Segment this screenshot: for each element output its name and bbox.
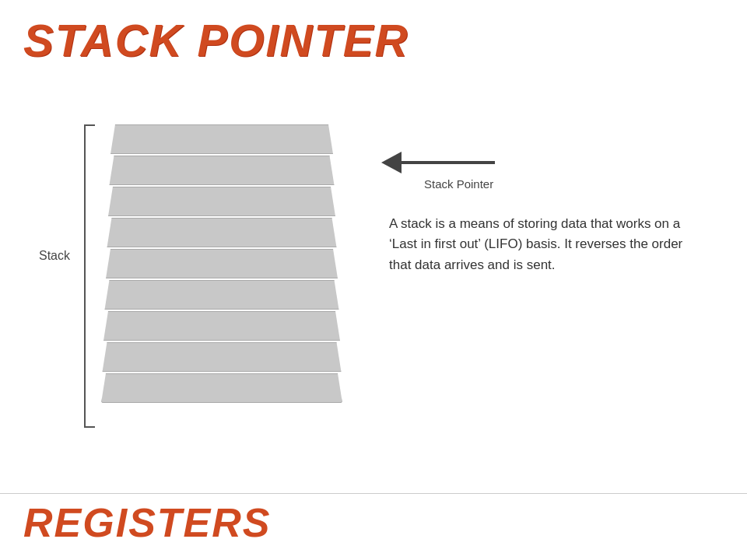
stack-slice bbox=[101, 311, 342, 341]
bracket-top bbox=[84, 124, 95, 126]
bracket-left bbox=[84, 124, 86, 428]
stack-slice bbox=[101, 156, 342, 185]
bottom-title: REGISTERS bbox=[23, 499, 272, 546]
stack-slice bbox=[101, 218, 342, 247]
stack-slice bbox=[101, 280, 342, 310]
stack-label: Stack bbox=[39, 249, 70, 263]
stack-slice bbox=[101, 249, 342, 278]
stack-pointer-arrow bbox=[381, 152, 495, 173]
stack-bracket bbox=[78, 124, 95, 428]
arrow-line bbox=[402, 161, 495, 164]
page-title: STACK POINTER bbox=[23, 14, 409, 66]
stack-slice bbox=[101, 342, 342, 372]
section-divider bbox=[0, 493, 747, 494]
stack-description: A stack is a means of storing data that … bbox=[389, 214, 693, 275]
stack-pointer-label: Stack Pointer bbox=[424, 177, 493, 191]
stack-slice bbox=[101, 187, 342, 216]
stack-diagram: Stack bbox=[78, 101, 358, 451]
stack-slice bbox=[101, 373, 342, 403]
stack-slice bbox=[101, 124, 342, 154]
arrow-head-icon bbox=[381, 152, 402, 173]
bracket-bottom bbox=[84, 426, 95, 428]
stack-slices bbox=[101, 124, 342, 404]
